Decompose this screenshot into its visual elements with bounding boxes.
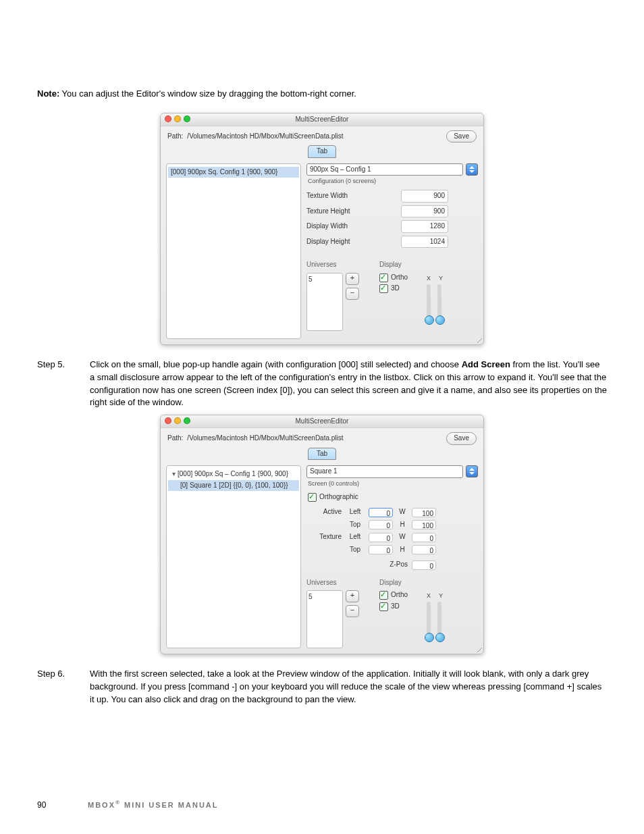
h-label: H bbox=[397, 520, 408, 530]
top-label2: Top bbox=[346, 545, 365, 555]
left-label: Left bbox=[346, 507, 365, 517]
w-label2: W bbox=[397, 532, 408, 542]
x-label: X bbox=[427, 592, 431, 600]
config-listbox[interactable]: ▾[000] 900px Sq – Config 1 {900, 900} [0… bbox=[166, 465, 301, 648]
texture-label: Texture bbox=[306, 532, 342, 542]
tab[interactable]: Tab bbox=[308, 145, 336, 158]
popup-handle[interactable] bbox=[466, 163, 478, 176]
path-label: Path: bbox=[167, 434, 183, 444]
screen-name-input[interactable]: Square 1 bbox=[306, 465, 463, 478]
universes-list[interactable]: 5 bbox=[306, 590, 343, 648]
titlebar[interactable]: MultiScreenEditor bbox=[161, 113, 483, 126]
h-label2: H bbox=[397, 545, 408, 555]
left-label2: Left bbox=[346, 532, 365, 542]
path-value: /Volumes/Macintosh HD/Mbox/MultiScreenDa… bbox=[187, 434, 442, 444]
texture-height-value[interactable]: 900 bbox=[401, 205, 448, 218]
x-slider[interactable] bbox=[427, 602, 431, 642]
3d-label: 3D bbox=[391, 284, 400, 294]
note: Note: You can adjust the Editor's window… bbox=[37, 88, 607, 101]
popup-handle[interactable] bbox=[466, 465, 478, 477]
add-universe-button[interactable]: + bbox=[346, 590, 359, 602]
resize-handle[interactable] bbox=[474, 644, 482, 652]
config-listbox[interactable]: [000] 900px Sq. Config 1 {900, 900} bbox=[166, 163, 301, 339]
texture-top-value[interactable]: 0 bbox=[369, 545, 393, 554]
active-w-value[interactable]: 100 bbox=[412, 508, 436, 517]
path-value: /Volumes/Macintosh HD/Mbox/MultiScreenDa… bbox=[187, 132, 442, 142]
texture-w-value[interactable]: 0 bbox=[412, 533, 436, 542]
disclosure-icon[interactable]: ▾ bbox=[171, 469, 176, 479]
minimize-icon[interactable] bbox=[174, 115, 181, 122]
close-icon[interactable] bbox=[165, 417, 171, 424]
list-item-child[interactable]: [0] Square 1 [2D] {{0, 0}, {100, 100}} bbox=[168, 480, 299, 492]
active-left-value[interactable]: 0 bbox=[369, 508, 393, 517]
note-text: You can adjust the Editor's window size … bbox=[62, 88, 356, 99]
y-label: Y bbox=[439, 592, 443, 600]
universes-list[interactable]: 5 bbox=[306, 273, 343, 331]
texture-height-label: Texture Height bbox=[306, 207, 390, 217]
display-height-value[interactable]: 1024 bbox=[401, 236, 448, 249]
orthographic-label: Orthographic bbox=[319, 492, 358, 502]
display-width-label: Display Width bbox=[306, 221, 390, 232]
3d-checkbox[interactable] bbox=[379, 284, 388, 293]
ortho-checkbox[interactable] bbox=[379, 273, 388, 282]
add-universe-button[interactable]: + bbox=[346, 273, 359, 285]
universes-header: Universes bbox=[306, 260, 359, 270]
display-header: Display bbox=[379, 260, 443, 270]
ortho-checkbox[interactable] bbox=[379, 591, 388, 600]
editor-window-2: MultiScreenEditor Path: /Volumes/Macinto… bbox=[160, 415, 484, 654]
resize-handle[interactable] bbox=[474, 335, 482, 343]
list-item[interactable]: [000] 900px Sq. Config 1 {900, 900} bbox=[168, 167, 299, 178]
titlebar[interactable]: MultiScreenEditor bbox=[161, 415, 483, 428]
tab[interactable]: Tab bbox=[308, 448, 336, 461]
y-label: Y bbox=[439, 274, 443, 283]
display-width-value[interactable]: 1280 bbox=[401, 220, 448, 233]
universe-value[interactable]: 5 bbox=[308, 275, 341, 285]
universes-header: Universes bbox=[306, 578, 359, 588]
y-slider[interactable] bbox=[437, 284, 441, 325]
close-icon[interactable] bbox=[165, 115, 171, 122]
config-name-input[interactable]: 900px Sq – Config 1 bbox=[306, 163, 463, 176]
texture-width-label: Texture Width bbox=[306, 191, 390, 201]
active-h-value[interactable]: 100 bbox=[412, 520, 436, 529]
universe-value[interactable]: 5 bbox=[308, 592, 341, 602]
manual-title: MBOX® MINI USER MANUAL bbox=[88, 799, 219, 811]
zpos-value[interactable]: 0 bbox=[412, 561, 436, 570]
save-button[interactable]: Save bbox=[446, 130, 477, 143]
texture-h-value[interactable]: 0 bbox=[412, 545, 436, 554]
active-label: Active bbox=[306, 507, 342, 517]
window-title: MultiScreenEditor bbox=[161, 417, 483, 427]
path-label: Path: bbox=[167, 132, 183, 142]
remove-universe-button[interactable]: − bbox=[346, 288, 359, 300]
ortho-label: Ortho bbox=[391, 273, 408, 283]
display-header: Display bbox=[379, 578, 443, 588]
window-title: MultiScreenEditor bbox=[161, 115, 483, 125]
top-label: Top bbox=[346, 520, 365, 530]
texture-left-value[interactable]: 0 bbox=[369, 533, 393, 542]
3d-checkbox[interactable] bbox=[379, 602, 388, 611]
step6-body: With the first screen selected, take a l… bbox=[90, 668, 607, 706]
zoom-icon[interactable] bbox=[184, 417, 190, 424]
zoom-icon[interactable] bbox=[184, 115, 190, 122]
x-label: X bbox=[427, 274, 431, 283]
config-subtitle: Configuration (0 screens) bbox=[306, 176, 478, 190]
note-label: Note: bbox=[37, 88, 59, 99]
editor-window-1: MultiScreenEditor Path: /Volumes/Macinto… bbox=[160, 113, 484, 345]
step6-label: Step 6. bbox=[37, 668, 90, 706]
screen-subtitle: Screen (0 controls) bbox=[306, 478, 478, 492]
orthographic-checkbox[interactable] bbox=[308, 493, 317, 502]
step5-label: Step 5. bbox=[37, 359, 90, 409]
3d-label: 3D bbox=[391, 602, 400, 612]
step5-body: Click on the small, blue pop-up handle a… bbox=[90, 359, 607, 409]
page-number: 90 bbox=[37, 800, 88, 811]
remove-universe-button[interactable]: − bbox=[346, 605, 359, 617]
minimize-icon[interactable] bbox=[174, 417, 181, 424]
display-height-label: Display Height bbox=[306, 237, 390, 247]
save-button[interactable]: Save bbox=[446, 432, 477, 445]
texture-width-value[interactable]: 900 bbox=[401, 190, 448, 203]
list-item-parent[interactable]: ▾[000] 900px Sq – Config 1 {900, 900} bbox=[168, 469, 299, 480]
y-slider[interactable] bbox=[437, 602, 441, 642]
active-top-value[interactable]: 0 bbox=[369, 520, 393, 529]
zpos-label: Z-Pos bbox=[369, 560, 408, 570]
w-label: W bbox=[397, 507, 408, 517]
x-slider[interactable] bbox=[427, 284, 431, 325]
